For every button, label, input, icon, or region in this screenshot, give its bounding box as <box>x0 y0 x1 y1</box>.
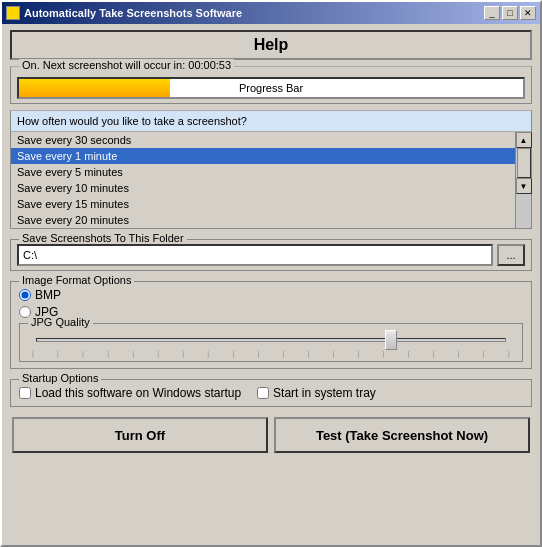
system-tray-label: Start in system tray <box>273 386 376 400</box>
tick-mark: | <box>433 350 435 357</box>
load-startup-item: Load this software on Windows startup <box>19 386 241 400</box>
main-window: Automatically Take Screenshots Software … <box>0 0 542 547</box>
slider-rail <box>36 338 506 342</box>
scrollbar-up-button[interactable]: ▲ <box>516 132 532 148</box>
main-content: Help On. Next screenshot will occur in: … <box>2 24 540 545</box>
tick-mark: | <box>32 350 34 357</box>
status-group: On. Next screenshot will occur in: 00:00… <box>10 66 532 104</box>
tick-mark: | <box>508 350 510 357</box>
titlebar: Automatically Take Screenshots Software … <box>2 2 540 24</box>
progress-bar-fill <box>19 79 170 97</box>
slider-thumb[interactable] <box>385 330 397 350</box>
list-item[interactable]: Save every 1 minute <box>11 148 515 164</box>
startup-group-label: Startup Options <box>19 372 101 384</box>
turn-off-button[interactable]: Turn Off <box>12 417 268 453</box>
progress-area: Progress Bar <box>17 73 525 99</box>
browse-button[interactable]: ... <box>497 244 525 266</box>
bmp-radio-row: BMP <box>19 288 523 302</box>
listbox-scrollbar[interactable]: ▲ ▼ <box>515 132 531 228</box>
tick-mark: | <box>57 350 59 357</box>
folder-group: Save Screenshots To This Folder ... <box>10 239 532 271</box>
tick-mark: | <box>82 350 84 357</box>
close-button[interactable]: ✕ <box>520 6 536 20</box>
tick-mark: | <box>257 350 259 357</box>
frequency-header: How often would you like to take a scree… <box>11 111 531 132</box>
progress-bar-label: Progress Bar <box>239 82 303 94</box>
bottom-buttons: Turn Off Test (Take Screenshot Now) <box>10 417 532 453</box>
jpg-radio-row: JPG <box>19 305 523 319</box>
tick-mark: | <box>182 350 184 357</box>
status-group-label: On. Next screenshot will occur in: 00:00… <box>19 59 234 71</box>
slider-track-area <box>32 330 510 350</box>
tick-mark: | <box>157 350 159 357</box>
listbox-wrapper: Save every 30 seconds Save every 1 minut… <box>11 132 531 228</box>
tick-mark: | <box>483 350 485 357</box>
jpg-quality-label: JPG Quality <box>28 316 93 328</box>
tick-mark: | <box>358 350 360 357</box>
system-tray-item: Start in system tray <box>257 386 376 400</box>
scrollbar-thumb[interactable] <box>517 148 531 178</box>
frequency-group: How often would you like to take a scree… <box>10 110 532 229</box>
tick-mark: | <box>207 350 209 357</box>
bmp-label: BMP <box>35 288 61 302</box>
scrollbar-down-button[interactable]: ▼ <box>516 178 532 194</box>
tick-mark: | <box>308 350 310 357</box>
tick-mark: | <box>132 350 134 357</box>
folder-input-row: ... <box>17 244 525 266</box>
titlebar-buttons: _ □ ✕ <box>484 6 536 20</box>
app-icon <box>6 6 20 20</box>
list-item[interactable]: Save every 15 minutes <box>11 196 515 212</box>
system-tray-checkbox[interactable] <box>257 387 269 399</box>
startup-group: Startup Options Load this software on Wi… <box>10 379 532 407</box>
folder-group-label: Save Screenshots To This Folder <box>19 232 187 244</box>
list-item[interactable]: Save every 30 seconds <box>11 132 515 148</box>
load-startup-checkbox[interactable] <box>19 387 31 399</box>
tick-mark: | <box>282 350 284 357</box>
list-item[interactable]: Save every 10 minutes <box>11 180 515 196</box>
image-format-group: Image Format Options BMP JPG JPG Quality… <box>10 281 532 369</box>
list-item[interactable]: Save every 5 minutes <box>11 164 515 180</box>
tick-mark: | <box>232 350 234 357</box>
checkbox-row: Load this software on Windows startup St… <box>19 386 523 400</box>
tick-mark: | <box>408 350 410 357</box>
tick-mark: | <box>333 350 335 357</box>
load-startup-label: Load this software on Windows startup <box>35 386 241 400</box>
slider-ticks: | | | | | | | | | | | | | | | | | <box>28 350 514 357</box>
minimize-button[interactable]: _ <box>484 6 500 20</box>
frequency-listbox[interactable]: Save every 30 seconds Save every 1 minut… <box>11 132 515 228</box>
window-title: Automatically Take Screenshots Software <box>24 7 242 19</box>
maximize-button[interactable]: □ <box>502 6 518 20</box>
tick-mark: | <box>383 350 385 357</box>
tick-mark: | <box>107 350 109 357</box>
folder-input[interactable] <box>17 244 493 266</box>
progress-bar-container: Progress Bar <box>17 77 525 99</box>
tick-mark: | <box>458 350 460 357</box>
list-item[interactable]: Save every 20 minutes <box>11 212 515 228</box>
jpg-quality-group: JPG Quality | | | | | | | | | | | <box>19 323 523 362</box>
image-format-label: Image Format Options <box>19 274 134 286</box>
test-button[interactable]: Test (Take Screenshot Now) <box>274 417 530 453</box>
bmp-radio[interactable] <box>19 289 31 301</box>
titlebar-left: Automatically Take Screenshots Software <box>6 6 242 20</box>
help-header: Help <box>10 30 532 60</box>
